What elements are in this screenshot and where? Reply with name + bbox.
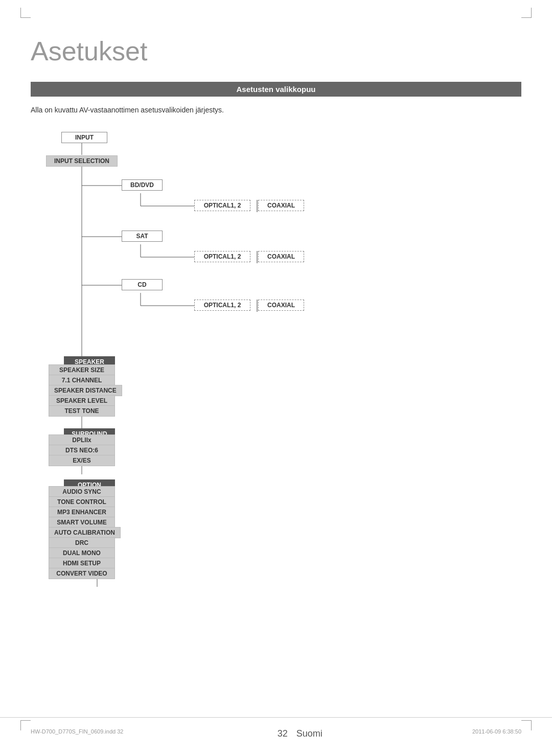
convert-video-box: CONVERT VIDEO bbox=[49, 568, 115, 579]
exes-box: EX/ES bbox=[49, 455, 115, 466]
divider-1 bbox=[257, 200, 258, 212]
bddvd-optical-box: OPTICAL1, 2 bbox=[194, 200, 250, 211]
divider-3 bbox=[257, 300, 258, 312]
page-number: 32 Suomi bbox=[273, 722, 323, 741]
timestamp: 2011-06-09 6:38:50 bbox=[472, 728, 521, 735]
speaker-level-box: SPEAKER LEVEL bbox=[49, 395, 115, 406]
section-header: Asetusten valikkopuu bbox=[31, 82, 521, 97]
corner-mark-tr bbox=[521, 8, 532, 18]
description: Alla on kuvattu AV-vastaanottimen asetus… bbox=[31, 106, 521, 114]
test-tone-box: TEST TONE bbox=[49, 405, 115, 417]
page-title: Asetukset bbox=[31, 36, 521, 66]
dts-neo-box: DTS NEO:6 bbox=[49, 445, 115, 456]
cd-coaxial-box: COAXIAL bbox=[258, 300, 304, 311]
file-info: HW-D700_D770S_FIN_0609.indd 32 bbox=[31, 728, 123, 735]
corner-mark-tl bbox=[20, 8, 31, 18]
tone-control-box: TONE CONTROL bbox=[49, 496, 115, 508]
dplIIx-box: DPLIIx bbox=[49, 434, 115, 446]
bddvd-coaxial-box: COAXIAL bbox=[258, 200, 304, 211]
tree-diagram: INPUT INPUT SELECTION BD/DVD OPTICAL1, 2… bbox=[31, 127, 414, 628]
divider-2 bbox=[257, 251, 258, 263]
auto-calibration-box: AUTO CALIBRATION bbox=[49, 527, 121, 538]
page: Asetukset Asetusten valikkopuu Alla on k… bbox=[0, 0, 552, 756]
bottom-bar: HW-D700_D770S_FIN_0609.indd 32 32 Suomi … bbox=[0, 717, 552, 741]
speaker-size-box: SPEAKER SIZE bbox=[49, 364, 115, 376]
bddvd-box: BD/DVD bbox=[122, 179, 163, 191]
audio-sync-box: AUDIO SYNC bbox=[49, 486, 115, 497]
sat-optical-box: OPTICAL1, 2 bbox=[194, 251, 250, 262]
cd-optical-box: OPTICAL1, 2 bbox=[194, 300, 250, 311]
hdmi-setup-box: HDMI SETUP bbox=[49, 558, 115, 569]
dual-mono-box: DUAL MONO bbox=[49, 547, 115, 559]
mp3-enhancer-box: MP3 ENHANCER bbox=[49, 507, 115, 518]
channel-box: 7.1 CHANNEL bbox=[49, 375, 115, 386]
smart-volume-box: SMART VOLUME bbox=[49, 517, 115, 528]
language-label: Suomi bbox=[296, 728, 323, 739]
input-box: INPUT bbox=[61, 132, 107, 143]
input-selection-box: INPUT SELECTION bbox=[46, 155, 118, 167]
sat-box: SAT bbox=[122, 231, 163, 242]
drc-box: DRC bbox=[49, 537, 115, 548]
speaker-distance-box: SPEAKER DISTANCE bbox=[49, 385, 122, 396]
cd-box: CD bbox=[122, 279, 163, 290]
sat-coaxial-box: COAXIAL bbox=[258, 251, 304, 262]
